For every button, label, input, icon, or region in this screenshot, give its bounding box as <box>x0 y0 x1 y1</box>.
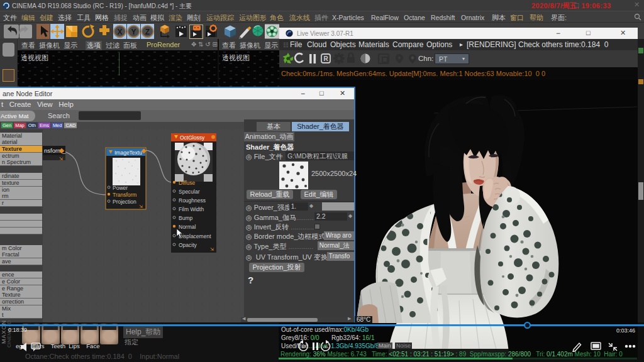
svg-text:Specular: Specular <box>179 189 200 195</box>
svg-text:10: 10 <box>301 345 305 349</box>
svg-text:ImageTextu: ImageTextu <box>114 150 142 156</box>
svg-text:Bump: Bump <box>179 215 192 221</box>
svg-text:R: R <box>323 55 328 62</box>
svg-text:30: 30 <box>324 345 328 349</box>
svg-text:X: X <box>117 28 122 36</box>
svg-text:Y: Y <box>131 28 136 36</box>
svg-text:Z: Z <box>145 28 150 36</box>
svg-text:Normal: Normal <box>179 224 196 230</box>
svg-text:Power: Power <box>113 185 128 191</box>
svg-text:Opacity: Opacity <box>179 242 197 248</box>
svg-text:Transform: Transform <box>113 192 136 198</box>
svg-text:⇲: ⇲ <box>210 247 214 251</box>
svg-text:Diffuse: Diffuse <box>179 180 196 186</box>
svg-text:Displacement: Displacement <box>179 233 211 239</box>
svg-text:Roughness: Roughness <box>179 197 206 204</box>
svg-text:OctGlossy: OctGlossy <box>180 134 205 141</box>
svg-text:Projection: Projection <box>113 199 136 205</box>
svg-text:⇲: ⇲ <box>59 156 63 161</box>
svg-text:⇲: ⇲ <box>139 204 143 209</box>
svg-text:Film Width: Film Width <box>179 206 204 212</box>
